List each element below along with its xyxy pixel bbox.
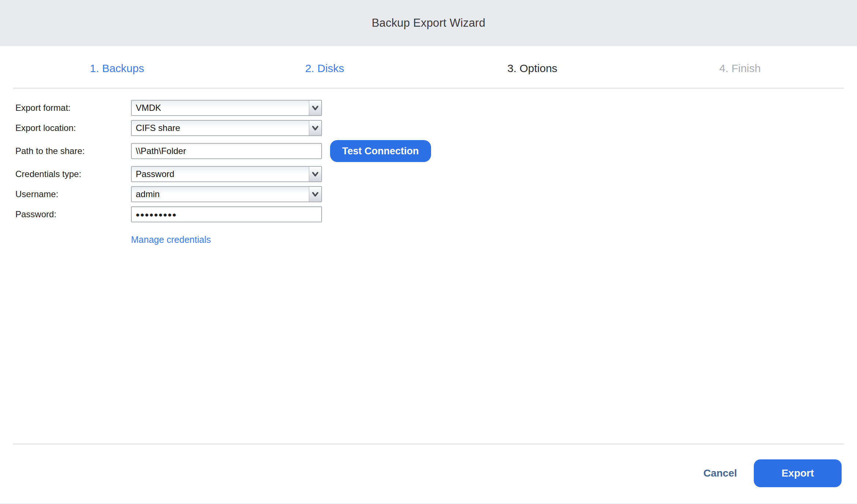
chevron-down-icon[interactable] xyxy=(309,187,321,202)
field-row-credentials-type: Credentials type: Password xyxy=(15,166,857,182)
step-tab-options[interactable]: 3. Options xyxy=(428,62,636,75)
credentials-type-select[interactable]: Password xyxy=(131,166,322,182)
export-options-form: Export format: VMDK Export location: CIF… xyxy=(15,100,857,245)
export-location-label: Export location: xyxy=(15,123,131,133)
export-location-value: CIFS share xyxy=(132,121,309,135)
export-format-value: VMDK xyxy=(132,101,309,115)
password-input[interactable] xyxy=(131,206,322,222)
field-row-share-path: Path to the share: Test Connection xyxy=(15,140,857,162)
credentials-type-label: Credentials type: xyxy=(15,169,131,179)
share-path-label: Path to the share: xyxy=(15,146,131,156)
chevron-down-icon[interactable] xyxy=(309,101,321,115)
field-row-password: Password: xyxy=(15,206,857,222)
footer-divider xyxy=(13,444,844,444)
username-label: Username: xyxy=(15,189,131,199)
export-button[interactable]: Export xyxy=(754,459,842,487)
export-location-select[interactable]: CIFS share xyxy=(131,120,322,136)
chevron-down-icon[interactable] xyxy=(309,121,321,135)
page-title: Backup Export Wizard xyxy=(372,16,486,30)
export-format-label: Export format: xyxy=(15,103,131,113)
field-row-username: Username: admin xyxy=(15,186,857,202)
username-select[interactable]: admin xyxy=(131,186,322,202)
wizard-header: Backup Export Wizard xyxy=(0,0,857,46)
password-label: Password: xyxy=(15,209,131,219)
field-row-export-format: Export format: VMDK xyxy=(15,100,857,116)
cancel-button[interactable]: Cancel xyxy=(703,467,737,479)
export-format-select[interactable]: VMDK xyxy=(131,100,322,116)
share-path-input[interactable] xyxy=(131,143,322,159)
wizard-steps: 1. Backups 2. Disks 3. Options 4. Finish xyxy=(13,46,844,89)
step-tab-disks[interactable]: 2. Disks xyxy=(221,62,429,75)
chevron-down-icon[interactable] xyxy=(309,167,321,181)
step-tab-finish: 4. Finish xyxy=(636,62,844,75)
credentials-type-value: Password xyxy=(132,167,309,181)
manage-credentials-link[interactable]: Manage credentials xyxy=(131,234,211,245)
footer-actions: Cancel Export xyxy=(703,459,842,487)
test-connection-button[interactable]: Test Connection xyxy=(330,140,431,162)
username-value: admin xyxy=(132,187,309,202)
field-row-export-location: Export location: CIFS share xyxy=(15,120,857,136)
step-tab-backups[interactable]: 1. Backups xyxy=(13,62,221,75)
